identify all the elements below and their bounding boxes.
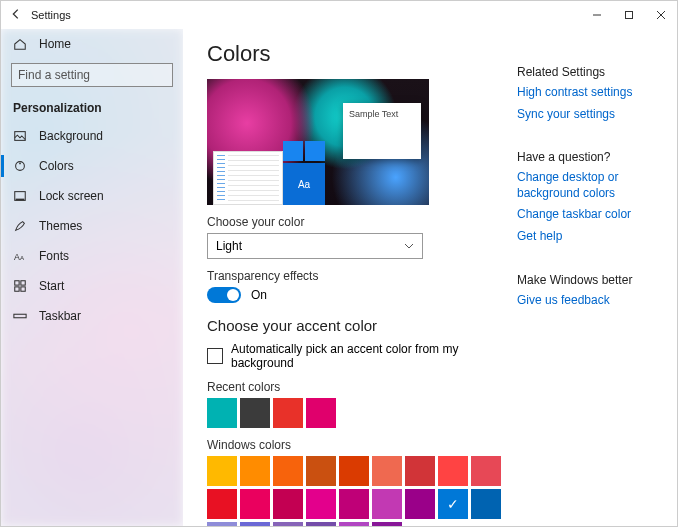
- transparency-toggle[interactable]: [207, 287, 241, 303]
- sidebar-item-taskbar[interactable]: Taskbar: [1, 301, 183, 331]
- preview-tile-small: [305, 141, 325, 161]
- search-input[interactable]: [18, 68, 168, 82]
- sidebar-item-start[interactable]: Start: [1, 271, 183, 301]
- windows-color-swatch[interactable]: [273, 522, 303, 526]
- right-rail: Related Settings High contrast settingsS…: [513, 29, 677, 526]
- recent-color-swatch[interactable]: [306, 398, 336, 428]
- windows-color-swatch[interactable]: [207, 456, 237, 486]
- back-arrow-icon: [9, 7, 23, 21]
- auto-pick-checkbox[interactable]: [207, 348, 223, 364]
- sidebar-item-themes[interactable]: Themes: [1, 211, 183, 241]
- sidebar-item-fonts[interactable]: AAFonts: [1, 241, 183, 271]
- windows-color-swatch[interactable]: [372, 522, 402, 526]
- sidebar-item-background[interactable]: Background: [1, 121, 183, 151]
- help-link[interactable]: Get help: [517, 229, 665, 245]
- fonts-icon: AA: [13, 249, 27, 263]
- feedback-link[interactable]: Give us feedback: [517, 293, 665, 309]
- color-preview: Aa Sample Text: [207, 79, 429, 205]
- home-label: Home: [39, 37, 71, 51]
- windows-color-swatch[interactable]: [339, 522, 369, 526]
- sidebar-item-label: Colors: [39, 159, 74, 173]
- auto-pick-label: Automatically pick an accent color from …: [231, 342, 489, 370]
- close-button[interactable]: [645, 1, 677, 29]
- related-link[interactable]: Sync your settings: [517, 107, 665, 123]
- lock-icon: [13, 189, 27, 203]
- svg-rect-14: [21, 287, 25, 291]
- windows-color-swatch[interactable]: [273, 489, 303, 519]
- help-link[interactable]: Change desktop or background colors: [517, 170, 665, 201]
- sidebar-item-label: Fonts: [39, 249, 69, 263]
- sidebar-item-label: Themes: [39, 219, 82, 233]
- sidebar-item-colors[interactable]: Colors: [1, 151, 183, 181]
- recent-color-swatch[interactable]: [207, 398, 237, 428]
- sidebar-item-label: Start: [39, 279, 64, 293]
- windows-color-swatch[interactable]: [240, 522, 270, 526]
- windows-color-swatch[interactable]: [438, 489, 468, 519]
- help-link[interactable]: Change taskbar color: [517, 207, 665, 223]
- windows-color-swatch[interactable]: [306, 489, 336, 519]
- windows-color-swatch[interactable]: [372, 489, 402, 519]
- sidebar-item-label: Taskbar: [39, 309, 81, 323]
- windows-color-swatch[interactable]: [306, 522, 336, 526]
- windows-color-swatch[interactable]: [306, 456, 336, 486]
- windows-color-swatch[interactable]: [339, 456, 369, 486]
- windows-color-swatch[interactable]: [240, 489, 270, 519]
- svg-rect-1: [626, 12, 633, 19]
- sidebar-section-header: Personalization: [1, 93, 183, 121]
- preview-sample-window: Sample Text: [343, 103, 421, 159]
- svg-rect-13: [15, 287, 19, 291]
- choose-color-label: Choose your color: [207, 215, 489, 229]
- page-title: Colors: [207, 41, 489, 67]
- rail-better-head: Make Windows better: [517, 273, 665, 287]
- sidebar-home[interactable]: Home: [1, 29, 183, 59]
- window-title: Settings: [31, 9, 71, 21]
- windows-color-swatch[interactable]: [372, 456, 402, 486]
- windows-color-swatch[interactable]: [207, 522, 237, 526]
- choose-color-value: Light: [216, 239, 242, 253]
- related-link[interactable]: High contrast settings: [517, 85, 665, 101]
- windows-color-swatch[interactable]: [207, 489, 237, 519]
- svg-text:A: A: [20, 254, 25, 261]
- sidebar-item-lock-screen[interactable]: Lock screen: [1, 181, 183, 211]
- sidebar-item-label: Lock screen: [39, 189, 104, 203]
- start-icon: [13, 279, 27, 293]
- sidebar-item-label: Background: [39, 129, 103, 143]
- preview-tile-small: [283, 141, 303, 161]
- chevron-down-icon: [404, 241, 414, 251]
- transparency-value: On: [251, 288, 267, 302]
- svg-text:A: A: [14, 252, 20, 262]
- windows-color-swatch[interactable]: [438, 456, 468, 486]
- svg-point-6: [19, 163, 21, 165]
- search-input-container[interactable]: [11, 63, 173, 87]
- windows-color-swatch[interactable]: [405, 489, 435, 519]
- back-button[interactable]: [9, 7, 23, 23]
- colors-icon: [13, 159, 27, 173]
- windows-color-swatch[interactable]: [471, 456, 501, 486]
- windows-color-swatch[interactable]: [339, 489, 369, 519]
- taskbar-icon: [13, 309, 27, 323]
- recent-color-swatch[interactable]: [240, 398, 270, 428]
- recent-colors-label: Recent colors: [207, 380, 489, 394]
- rail-related-head: Related Settings: [517, 65, 665, 79]
- themes-icon: [13, 219, 27, 233]
- windows-color-swatch[interactable]: [273, 456, 303, 486]
- preview-tile: Aa: [283, 163, 325, 205]
- recent-color-swatch[interactable]: [273, 398, 303, 428]
- minimize-button[interactable]: [581, 1, 613, 29]
- svg-rect-11: [15, 281, 19, 285]
- preview-app-window: [213, 151, 283, 205]
- svg-rect-12: [21, 281, 25, 285]
- windows-colors-label: Windows colors: [207, 438, 489, 452]
- windows-color-swatch[interactable]: [471, 489, 501, 519]
- choose-color-select[interactable]: Light: [207, 233, 423, 259]
- svg-rect-15: [14, 314, 26, 318]
- accent-heading: Choose your accent color: [207, 317, 489, 334]
- rail-question-head: Have a question?: [517, 150, 665, 164]
- titlebar: Settings: [1, 1, 677, 29]
- windows-color-swatch[interactable]: [240, 456, 270, 486]
- sidebar: Home Personalization BackgroundColorsLoc…: [1, 29, 183, 526]
- svg-rect-8: [16, 199, 25, 201]
- transparency-label: Transparency effects: [207, 269, 489, 283]
- windows-color-swatch[interactable]: [405, 456, 435, 486]
- maximize-button[interactable]: [613, 1, 645, 29]
